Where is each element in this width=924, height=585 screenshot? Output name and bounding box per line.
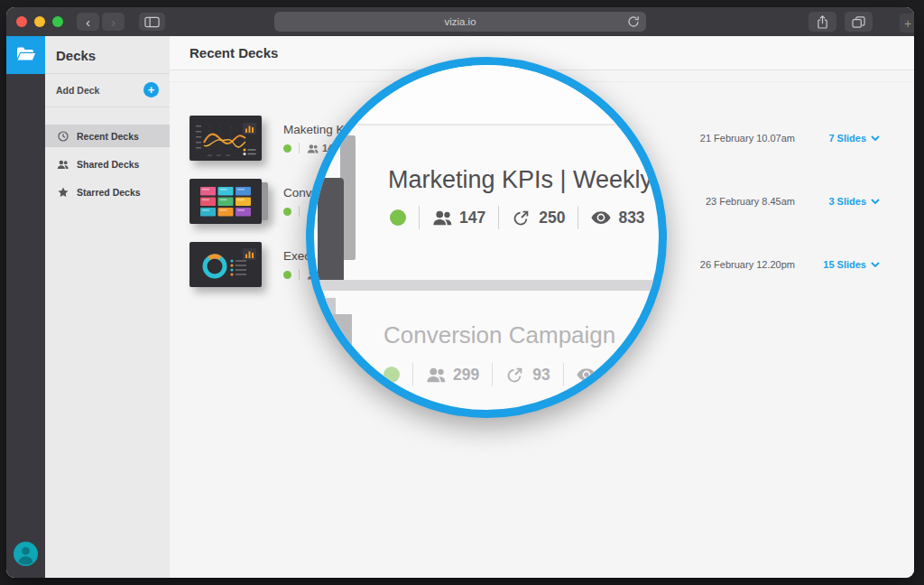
deck-thumbnail-line-chart[interactable] xyxy=(189,116,262,161)
divider xyxy=(299,143,300,153)
share-button[interactable] xyxy=(808,12,836,32)
nav-buttons: ‹ › xyxy=(77,13,125,31)
status-dot xyxy=(283,271,291,279)
eye-icon xyxy=(591,209,611,226)
chevron-down-icon xyxy=(871,135,880,141)
views-stat: 833 xyxy=(591,209,644,228)
people-icon xyxy=(57,158,69,170)
people-icon xyxy=(307,144,319,153)
browser-window: ‹ › vizia.io xyxy=(6,7,914,578)
address-bar[interactable]: vizia.io xyxy=(274,12,646,32)
divider xyxy=(492,363,493,386)
divider xyxy=(314,124,659,125)
browser-titlebar: ‹ › vizia.io xyxy=(6,7,914,36)
people-icon xyxy=(426,367,446,383)
sidebar-item-label: Recent Decks xyxy=(77,131,139,142)
folder-icon xyxy=(16,46,36,65)
slides-dropdown[interactable]: 3 Slides xyxy=(822,196,880,207)
deck-date: 26 February 12.20pm xyxy=(683,259,795,270)
share-icon xyxy=(817,15,828,29)
deck-meta: 26 February 12.20pm 15 Slides xyxy=(683,259,880,270)
chevron-down-icon xyxy=(871,199,880,204)
add-deck-row[interactable]: Add Deck + xyxy=(45,74,170,107)
divider xyxy=(578,206,578,229)
url-text: vizia.io xyxy=(444,16,476,27)
sidebar-menu: Recent Decks Shared Decks xyxy=(45,125,170,203)
titlebar-actions xyxy=(808,12,873,32)
close-window-button[interactable] xyxy=(16,16,27,27)
traffic-lights xyxy=(16,16,63,27)
tabs-overview-button[interactable] xyxy=(845,12,873,32)
people-icon xyxy=(432,209,452,226)
eye-icon xyxy=(577,367,596,383)
forward-button[interactable]: › xyxy=(102,13,125,31)
share-link-icon xyxy=(512,209,531,226)
divider xyxy=(563,363,564,386)
status-dot xyxy=(383,367,400,383)
sidebar-item-label: Shared Decks xyxy=(77,159,139,170)
deck-title-text: Conversion Campaign xyxy=(383,321,615,349)
divider xyxy=(299,206,300,217)
refresh-icon[interactable] xyxy=(627,15,640,28)
links-stat: 93 xyxy=(505,366,550,385)
share-link-icon xyxy=(505,367,525,383)
people-stat: 299 xyxy=(426,366,479,385)
sidebar-item-shared-decks[interactable]: Shared Decks xyxy=(45,153,170,175)
views-count: 833 xyxy=(618,209,644,228)
magnifier-lens: Marketing KPIs | Weekly Re 147 250 833 xyxy=(306,57,667,418)
star-icon xyxy=(57,186,69,198)
slides-count: 15 Slides xyxy=(823,259,866,270)
decks-sidebar: Decks Add Deck + Recent Decks xyxy=(45,36,170,578)
sidebar-toggle-icon xyxy=(144,16,160,28)
new-tab-button[interactable]: + xyxy=(900,14,914,32)
divider xyxy=(498,206,499,229)
zoom-window-button[interactable] xyxy=(52,16,63,27)
sidebar-toggle-button[interactable] xyxy=(139,13,165,31)
add-deck-label: Add Deck xyxy=(56,85,99,96)
deck-thumbnail-color-tiles[interactable] xyxy=(189,179,262,224)
user-avatar[interactable] xyxy=(14,542,38,566)
lens-deck-stats: 147 250 833 xyxy=(390,206,645,229)
add-deck-button[interactable]: + xyxy=(143,82,159,98)
deck-date: 23 February 8.45am xyxy=(683,196,795,207)
people-count: 299 xyxy=(453,366,479,385)
people-stat: 147 xyxy=(432,209,485,228)
status-dot xyxy=(283,144,291,153)
people-count: 147 xyxy=(459,209,485,228)
chevron-down-icon xyxy=(871,262,880,267)
deck-meta: 23 February 8.45am 3 Slides xyxy=(683,196,880,207)
magnified-row-divider xyxy=(314,280,659,291)
lens-content: Marketing KPIs | Weekly Re 147 250 833 xyxy=(314,65,659,410)
deck-date: 21 February 10.07am xyxy=(683,133,795,144)
lens-deck-title: Marketing KPIs | Weekly Re xyxy=(388,166,659,194)
sidebar-title: Decks xyxy=(45,36,170,74)
minimize-window-button[interactable] xyxy=(34,16,45,27)
magnified-thumbnail-edge xyxy=(318,178,344,283)
lens-faded-deck-stats: 299 93 637 xyxy=(383,363,630,386)
divider xyxy=(412,363,413,386)
lens-faded-deck-title: Conversion Campaign ★ xyxy=(383,321,643,349)
slides-count: 3 Slides xyxy=(828,196,866,207)
slides-dropdown[interactable]: 15 Slides xyxy=(822,259,880,270)
clock-icon xyxy=(57,130,69,142)
app-rail xyxy=(6,36,45,578)
deck-meta: 21 February 10.07am 7 Slides xyxy=(683,133,880,144)
divider xyxy=(299,269,300,280)
decks-app-tile[interactable] xyxy=(6,36,45,74)
status-dot xyxy=(390,209,406,226)
slides-count: 7 Slides xyxy=(828,133,866,144)
slides-dropdown[interactable]: 7 Slides xyxy=(822,133,880,144)
sidebar-item-label: Starred Decks xyxy=(77,187,141,198)
links-count: 93 xyxy=(532,366,550,385)
sidebar-item-starred-decks[interactable]: Starred Decks xyxy=(45,181,170,203)
back-button[interactable]: ‹ xyxy=(77,13,99,31)
links-stat: 250 xyxy=(512,209,565,228)
deck-thumbnail-donut-chart[interactable] xyxy=(189,242,262,287)
links-count: 250 xyxy=(539,209,565,228)
status-dot xyxy=(283,208,291,216)
sidebar-item-recent-decks[interactable]: Recent Decks xyxy=(45,125,170,147)
divider xyxy=(419,206,420,229)
tabs-icon xyxy=(852,16,865,28)
